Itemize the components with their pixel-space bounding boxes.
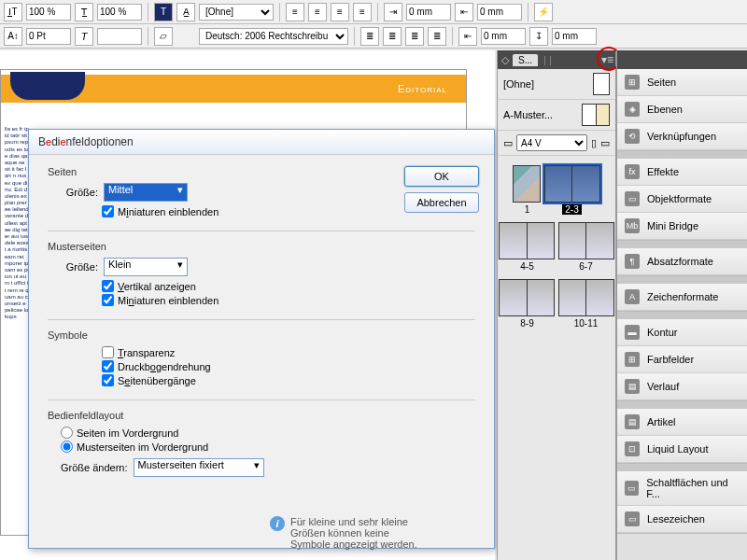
dock-item-liquid-layout[interactable]: ⊡Liquid Layout [617, 436, 747, 463]
dock-item-zeichenformate[interactable]: AZeichenformate [617, 284, 747, 311]
panel-grip-icon[interactable]: ◇ [501, 54, 509, 66]
char-width-input[interactable] [97, 4, 142, 21]
indent-firstline-icon[interactable]: ⇤ [455, 3, 473, 21]
masters-vertical-checkbox[interactable] [102, 280, 114, 292]
dock-item-mini-bridge[interactable]: MbMini Bridge [617, 213, 747, 240]
page-logo-shape [10, 72, 85, 100]
spread-rotation-label: Druckbogendrehung [118, 361, 211, 372]
dock-item-artikel[interactable]: ▤Artikel [617, 409, 747, 436]
transparency-label: Transparenz [118, 347, 175, 358]
language-select[interactable]: Deutsch: 2006 Rechtschreibu [199, 28, 348, 45]
orientation-portrait-icon[interactable]: ▯ [591, 137, 597, 149]
dock-icon: ¶ [625, 254, 640, 269]
page-size-icon[interactable]: ▭ [503, 137, 513, 149]
pages-on-top-radio[interactable] [61, 427, 73, 439]
skew-input[interactable] [97, 28, 142, 45]
masters-size-select[interactable]: Klein ▾ [104, 258, 188, 276]
symbols-info-text: Für kleine und sehr kleine Größen können… [290, 516, 419, 550]
char-height-input[interactable] [26, 4, 71, 21]
indent-firstline-input[interactable] [477, 4, 522, 21]
char-style-icon[interactable]: T [154, 3, 173, 21]
dock-label: Absatzformate [647, 256, 713, 267]
dock-icon: ⊡ [625, 441, 640, 456]
dock-item-absatzformate[interactable]: ¶Absatzformate [617, 248, 747, 275]
page-size-select[interactable]: A4 V [516, 134, 587, 151]
dock-label: Artikel [647, 416, 676, 427]
space-before-input[interactable] [552, 28, 597, 45]
char-width-icon[interactable]: T̲ [75, 3, 93, 21]
align-left-icon[interactable]: ≡ [286, 3, 304, 21]
master-none-row[interactable]: [Ohne] [498, 69, 615, 100]
indent-left-input[interactable] [406, 4, 451, 21]
page-thumb-1[interactable]: 1 [513, 165, 541, 215]
dock-item-kontur[interactable]: ▬Kontur [617, 319, 747, 346]
masters-on-top-radio[interactable] [61, 441, 73, 453]
skew-icon[interactable]: T [75, 27, 93, 46]
justify-all-icon[interactable]: ≣ [360, 27, 379, 46]
dock-item-ebenen[interactable]: ◈Ebenen [617, 96, 747, 123]
char-height-icon[interactable]: I̲T [4, 3, 22, 21]
dock-label: Kontur [647, 327, 677, 338]
align-center-icon[interactable]: ≡ [308, 3, 327, 21]
page-thumb-4-5[interactable]: 4-5 [499, 222, 555, 272]
baseline-input[interactable] [26, 28, 71, 45]
dock-label: Objektformate [647, 193, 712, 204]
page-transitions-label: Seitenübergänge [118, 375, 196, 386]
cancel-button[interactable]: Abbrechen [404, 192, 479, 213]
page-thumb-8-9[interactable]: 8-9 [499, 279, 555, 329]
indent-right-icon[interactable]: ⇤ [458, 27, 477, 46]
dock-icon: ▭ [625, 481, 639, 496]
dock-item-verkn-pfungen[interactable]: ⟲Verknüpfungen [617, 123, 747, 150]
indent-left-icon[interactable]: ⇥ [384, 3, 402, 21]
dock-icon: ◈ [625, 102, 640, 117]
dock-item-schaltfl-chen-und-f-[interactable]: ▭Schaltflächen und F... [617, 471, 747, 506]
space-before-icon[interactable]: ↧ [529, 27, 548, 46]
justify-last-center-icon[interactable]: ≣ [405, 27, 424, 46]
page-label: 10-11 [558, 318, 614, 329]
dock-icon: ▭ [625, 191, 640, 206]
right-panel-dock: ⊞Seiten◈Ebenen⟲Verknüpfungen fxEffekte▭O… [616, 50, 747, 560]
dock-item-verlauf[interactable]: ▤Verlauf [617, 373, 747, 400]
indent-right-input[interactable] [481, 28, 526, 45]
page-size-control: ▭ A4 V ▯ ▭ [498, 131, 615, 156]
master-a-thumb[interactable] [582, 104, 610, 126]
dock-label: Effekte [647, 166, 679, 177]
spread-rotation-checkbox[interactable] [102, 360, 114, 372]
pages-size-select[interactable]: Mittel ▾ [104, 183, 188, 202]
master-a-row[interactable]: A-Muster... [498, 100, 615, 131]
masters-thumbs-checkbox[interactable] [102, 294, 114, 306]
page-thumb-10-11[interactable]: 10-11 [558, 279, 614, 329]
pages-thumbs-checkbox[interactable] [102, 205, 114, 217]
pages-list[interactable]: 1 2-3 4-5 6-7 8-9 10-11 [498, 156, 615, 539]
layout-section: Bedienfeldlayout Seiten im Vordergrund M… [48, 410, 475, 477]
transparency-checkbox[interactable] [102, 346, 114, 358]
page-label: 2-3 [562, 204, 581, 215]
dock-item-farbfelder[interactable]: ⊞Farbfelder [617, 346, 747, 373]
char-style-select[interactable]: [Ohne] [199, 4, 274, 21]
page-thumb-2-3[interactable]: 2-3 [544, 165, 600, 215]
master-none-thumb[interactable] [593, 73, 610, 95]
baseline-icon[interactable]: A↕ [4, 27, 22, 46]
page-label: 8-9 [499, 318, 555, 329]
info-icon: i [270, 516, 285, 531]
char-color-icon[interactable]: A̲ [176, 3, 195, 21]
page-transitions-checkbox[interactable] [102, 374, 114, 386]
quick-apply-icon[interactable]: ⚡ [534, 3, 553, 21]
pages-tab[interactable]: S... [513, 54, 538, 66]
resize-label: Größe ändern: [61, 462, 128, 473]
dock-label: Farbfelder [647, 354, 694, 365]
ok-button[interactable]: OK [404, 166, 479, 187]
dock-item-objektformate[interactable]: ▭Objektformate [617, 186, 747, 213]
justify-last-right-icon[interactable]: ≣ [428, 27, 446, 46]
align-justify-icon[interactable]: ≡ [353, 3, 372, 21]
orientation-landscape-icon[interactable]: ▭ [600, 137, 610, 149]
dock-item-seiten[interactable]: ⊞Seiten [617, 69, 747, 96]
fill-icon[interactable]: ▱ [154, 27, 173, 46]
page-thumb-6-7[interactable]: 6-7 [558, 222, 614, 272]
dock-item-effekte[interactable]: fxEffekte [617, 159, 747, 186]
pages-on-top-label: Seiten im Vordergrund [77, 427, 178, 439]
resize-select[interactable]: Musterseiten fixiert ▾ [134, 458, 264, 477]
align-right-icon[interactable]: ≡ [331, 3, 349, 21]
justify-last-left-icon[interactable]: ≣ [383, 27, 402, 46]
dock-item-lesezeichen[interactable]: ▭Lesezeichen [617, 506, 747, 533]
